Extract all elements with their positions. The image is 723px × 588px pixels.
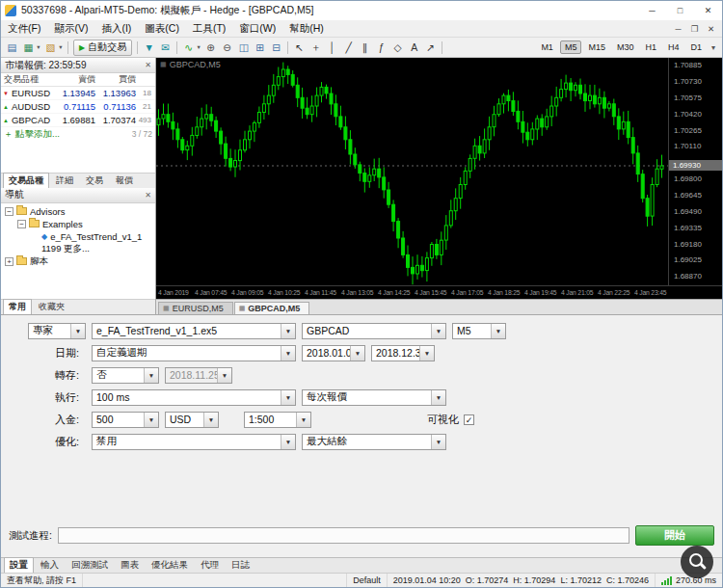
delay-select[interactable]: 100 ms ▼ bbox=[92, 389, 296, 406]
market-watch-row[interactable]: ▲GBPCAD1.698811.70374493 bbox=[1, 114, 155, 127]
maximize-button[interactable]: □ bbox=[666, 1, 694, 20]
timeframe-h4[interactable]: H4 bbox=[663, 40, 684, 54]
time-axis-label: 4 Jan 19:45 bbox=[524, 289, 556, 296]
status-bar: 查看幫助, 請按 F1 Default 2019.01.04 10:20 O: … bbox=[1, 573, 722, 587]
close-icon[interactable]: ✕ bbox=[145, 61, 151, 69]
period-select[interactable]: M5 ▼ bbox=[452, 323, 506, 339]
timeframe-m5[interactable]: M5 bbox=[560, 40, 582, 54]
market-watch-tab[interactable]: 報價 bbox=[110, 173, 139, 189]
close-icon[interactable]: ✕ bbox=[145, 191, 151, 200]
tree-expander-icon[interactable]: − bbox=[17, 220, 26, 228]
tile-windows-icon[interactable]: ◫ bbox=[235, 40, 252, 55]
tester-tab[interactable]: 優化結果 bbox=[146, 557, 194, 574]
chart-icon: ▦ bbox=[163, 305, 170, 312]
chart-close-button[interactable]: ✕ bbox=[703, 24, 719, 34]
menu-item[interactable]: 文件(F) bbox=[1, 22, 47, 36]
forward-mode-select[interactable]: 否 ▼ bbox=[92, 367, 159, 384]
indicators-icon-dropdown[interactable]: ▾ bbox=[195, 40, 202, 55]
timeframe-m30[interactable]: M30 bbox=[612, 40, 639, 54]
market-watch-tab[interactable]: 交易 bbox=[80, 173, 109, 189]
profile-name[interactable]: Default bbox=[347, 574, 388, 587]
new-chart-icon-dropdown[interactable]: ▾ bbox=[35, 40, 42, 55]
tile-horizontal-icon[interactable]: ⊟ bbox=[268, 40, 284, 55]
menu-item[interactable]: 窗口(W) bbox=[232, 22, 282, 36]
tick-mode-select[interactable]: 每次報價 ▼ bbox=[302, 389, 446, 406]
navigator-item[interactable]: 1199 更多... bbox=[1, 243, 155, 255]
tester-tab[interactable]: 代理 bbox=[195, 557, 225, 574]
menu-item[interactable]: 幫助(H) bbox=[282, 22, 331, 36]
navigator-tab[interactable]: 收藏夾 bbox=[33, 299, 70, 315]
tester-tab[interactable]: 輸入 bbox=[35, 557, 65, 574]
tick-arrow-icon: ▲ bbox=[3, 104, 9, 110]
close-button[interactable]: ✕ bbox=[694, 1, 722, 20]
menu-item[interactable]: 工具(T) bbox=[186, 22, 232, 36]
timeframe-h1[interactable]: H1 bbox=[640, 40, 661, 54]
chart-restore-button[interactable]: ❐ bbox=[686, 24, 703, 34]
optimization-mode-select[interactable]: 禁用 ▼ bbox=[92, 434, 296, 450]
chart-tab[interactable]: ▦GBPCAD,M5 bbox=[234, 302, 310, 314]
menu-item[interactable]: 圖表(C) bbox=[138, 22, 186, 36]
visualization-checkbox[interactable]: ✓ bbox=[464, 414, 474, 425]
fibonacci-icon[interactable]: ƒ bbox=[373, 40, 389, 55]
zoom-in-icon[interactable]: ⊕ bbox=[202, 40, 219, 55]
channel-icon[interactable]: ∥ bbox=[357, 40, 373, 55]
menu-item[interactable]: 插入(I) bbox=[94, 22, 138, 36]
date-to-field[interactable]: 2018.12.31 ▼ bbox=[371, 345, 435, 361]
deposit-select[interactable]: 500 ▼ bbox=[92, 412, 159, 428]
shapes-icon[interactable]: ◇ bbox=[389, 40, 406, 55]
crosshair-icon[interactable]: ＋ bbox=[308, 40, 324, 55]
vertical-line-icon[interactable]: │ bbox=[324, 40, 340, 55]
chart-tab[interactable]: ▦EURUSD,M5 bbox=[158, 302, 233, 314]
text-icon[interactable]: A bbox=[406, 40, 422, 55]
optimization-criterion-select[interactable]: 最大結餘 ▼ bbox=[302, 434, 446, 450]
community-icon[interactable]: ✉ bbox=[157, 40, 174, 55]
timeframe-d1[interactable]: D1 bbox=[685, 40, 707, 54]
currency-select[interactable]: USD ▼ bbox=[165, 412, 219, 428]
add-symbol-row[interactable]: ＋ 點擊添加... 3 / 72 bbox=[1, 127, 155, 141]
new-order-icon[interactable]: ▤ bbox=[4, 40, 20, 55]
timeframe-m1[interactable]: M1 bbox=[536, 40, 558, 54]
cascade-windows-icon[interactable]: ⊞ bbox=[252, 40, 268, 55]
tester-tab[interactable]: 設置 bbox=[4, 557, 34, 574]
expert-select[interactable]: e_FA_TestTrend_v1_1.ex5 ▼ bbox=[92, 323, 296, 339]
tester-tab[interactable]: 回溯測試 bbox=[66, 557, 114, 574]
tree-expander-icon[interactable]: − bbox=[5, 207, 13, 216]
auto-trading-button[interactable]: ▶自動交易 bbox=[73, 40, 132, 56]
arrows-icon[interactable]: ↗ bbox=[422, 40, 439, 55]
navigator-item[interactable]: ◆e_FA_TestTrend_v1_1 bbox=[1, 230, 155, 243]
market-watch-row[interactable]: ▲AUDUSD0.711150.7113621 bbox=[1, 100, 155, 114]
chart-tab-bar: ▦EURUSD,M5▦GBPCAD,M5 bbox=[156, 299, 722, 314]
market-watch-row[interactable]: ▼EURUSD1.139451.1396318 bbox=[1, 87, 155, 100]
minimize-button[interactable]: ─ bbox=[638, 1, 666, 20]
navigator-item[interactable]: −Advisors bbox=[1, 205, 155, 218]
market-watch-tab[interactable]: 交易品種 bbox=[3, 173, 49, 189]
chart-canvas[interactable]: 1.708851.707301.705751.704201.702651.701… bbox=[156, 58, 722, 299]
date-mode-select[interactable]: 自定義週期 ▼ bbox=[92, 345, 296, 361]
leverage-select[interactable]: 1:500 ▼ bbox=[244, 412, 311, 428]
zoom-out-icon[interactable]: ⊖ bbox=[219, 40, 235, 55]
chevron-down-icon: ▼ bbox=[281, 390, 295, 405]
magnifier-overlay-icon[interactable] bbox=[681, 546, 713, 578]
symbol-select[interactable]: GBPCAD ▼ bbox=[302, 323, 446, 339]
chart-minimize-button[interactable]: ─ bbox=[670, 24, 686, 34]
tester-mode-select[interactable]: 專家 ▼ bbox=[28, 323, 86, 339]
start-button[interactable]: 開始 bbox=[635, 525, 714, 546]
price-axis[interactable]: 1.708851.707301.705751.704201.702651.701… bbox=[668, 58, 722, 286]
download-center-icon[interactable]: ▼ bbox=[141, 40, 157, 55]
trendline-icon[interactable]: ╱ bbox=[340, 40, 357, 55]
toolbar-overflow-icon[interactable]: ▾ bbox=[708, 43, 719, 52]
timeframe-m15[interactable]: M15 bbox=[583, 40, 610, 54]
market-watch-tab[interactable]: 詳細 bbox=[50, 173, 79, 189]
navigator-item[interactable]: −Examples bbox=[1, 218, 155, 230]
cursor-icon[interactable]: ↖ bbox=[291, 40, 308, 55]
profiles-icon-dropdown[interactable]: ▾ bbox=[57, 40, 65, 55]
date-from-field[interactable]: 2018.01.01 ▼ bbox=[302, 345, 365, 361]
menu-item[interactable]: 顯示(V) bbox=[47, 22, 94, 36]
time-axis[interactable]: 4 Jan 20194 Jan 07:454 Jan 09:054 Jan 10… bbox=[156, 285, 722, 299]
navigator-tab[interactable]: 常用 bbox=[3, 299, 32, 315]
tree-expander-icon[interactable]: + bbox=[5, 257, 13, 266]
navigator-item[interactable]: +腳本 bbox=[1, 255, 155, 268]
tester-tab[interactable]: 圖表 bbox=[115, 557, 145, 574]
tester-tab[interactable]: 日誌 bbox=[226, 557, 255, 574]
folder-icon bbox=[16, 257, 27, 265]
